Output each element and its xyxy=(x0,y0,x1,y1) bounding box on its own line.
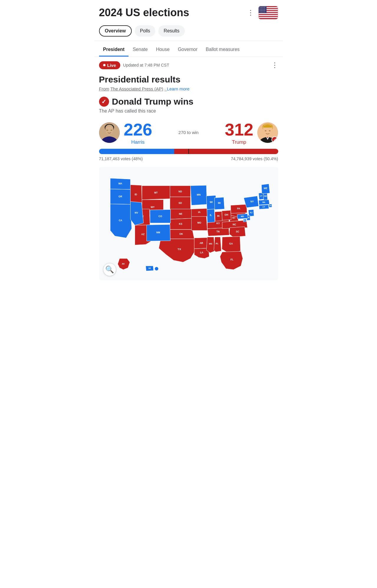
harris-avatar xyxy=(99,122,120,143)
live-bar: Live Updated at 7:48 PM CST ⋮ xyxy=(94,57,283,72)
svg-text:AR: AR xyxy=(200,242,203,245)
svg-text:OH: OH xyxy=(224,214,228,216)
svg-text:TX: TX xyxy=(177,247,181,251)
harris-vote-info: 226 Harris xyxy=(124,120,152,145)
harris-total-votes: 71,187,463 votes (48%) xyxy=(99,156,143,161)
svg-text:OR: OR xyxy=(118,195,122,198)
svg-text:SD: SD xyxy=(178,202,182,204)
svg-text:NC: NC xyxy=(233,223,236,226)
header-actions: ⋮ ★ ★ ★ ★ ★ ★ ★ ★ ★ ★ ★ ★ ★ ★ ★ ★ ★ ★ ★ … xyxy=(247,6,278,19)
svg-text:MA: MA xyxy=(262,201,265,203)
svg-text:WV: WV xyxy=(232,217,236,219)
svg-text:SC: SC xyxy=(236,230,239,233)
page-header: 2024 US elections ⋮ ★ ★ ★ ★ ★ ★ ★ ★ ★ ★ … xyxy=(94,0,283,22)
source-name: The Associated Press (AP) xyxy=(110,86,163,91)
tab-overview[interactable]: Overview xyxy=(99,25,132,37)
tab-polls[interactable]: Polls xyxy=(135,25,156,37)
svg-text:MN: MN xyxy=(197,194,200,196)
results-title: Presidential results xyxy=(99,75,278,85)
live-badge: Live xyxy=(99,61,120,69)
svg-text:MS: MS xyxy=(209,242,212,245)
svg-text:MD: MD xyxy=(241,215,244,217)
svg-text:AL: AL xyxy=(215,242,218,245)
live-dot xyxy=(103,64,106,66)
svg-text:KS: KS xyxy=(179,223,182,225)
svg-text:NM: NM xyxy=(156,231,160,234)
svg-text:WA: WA xyxy=(118,182,122,185)
svg-text:NV: NV xyxy=(134,212,138,214)
svg-point-17 xyxy=(106,130,108,131)
svg-text:AZ: AZ xyxy=(141,233,144,236)
live-info: Live Updated at 7:48 PM CST xyxy=(99,61,169,69)
learn-more-link[interactable]: Learn more xyxy=(167,86,190,91)
center-270-label: 270 to win xyxy=(178,130,198,135)
source-line: From The Associated Press (AP) · Learn m… xyxy=(99,86,278,91)
svg-text:IL: IL xyxy=(210,214,212,217)
midline-marker xyxy=(188,149,189,154)
live-more-icon[interactable]: ⋮ xyxy=(271,61,278,69)
svg-rect-6 xyxy=(259,17,278,18)
svg-text:HI: HI xyxy=(148,267,151,270)
svg-text:MT: MT xyxy=(154,191,158,194)
svg-text:CT: CT xyxy=(262,206,265,208)
svg-text:DC: DC xyxy=(243,219,246,221)
vote-progress-bar xyxy=(99,149,278,154)
tab-president[interactable]: President xyxy=(99,42,129,57)
tab-governor[interactable]: Governor xyxy=(174,42,202,57)
winner-checkmark-icon: ✓ xyxy=(99,97,109,107)
winner-subtitle: The AP has called this race xyxy=(99,108,278,114)
svg-point-74 xyxy=(154,267,158,271)
svg-text:ID: ID xyxy=(134,193,137,196)
svg-text:FL: FL xyxy=(230,258,233,261)
svg-text:NE: NE xyxy=(179,213,182,215)
source-dot: · xyxy=(164,86,167,91)
trump-total-votes: 74,784,939 votes (50.4%) xyxy=(231,156,278,161)
trump-name: Trump xyxy=(225,139,253,145)
svg-text:CO: CO xyxy=(158,215,162,218)
svg-text:AK: AK xyxy=(122,263,125,265)
zoom-button[interactable]: 🔍 xyxy=(103,263,116,276)
trump-avatar: ✓ xyxy=(257,122,278,143)
svg-text:GA: GA xyxy=(229,242,233,245)
tab-senate[interactable]: Senate xyxy=(129,42,152,57)
votes-row: 71,187,463 votes (48%) 74,784,939 votes … xyxy=(99,156,278,161)
nav-tabs: Overview Polls Results xyxy=(94,22,283,39)
svg-text:KY: KY xyxy=(216,222,220,225)
tab-house[interactable]: House xyxy=(152,42,174,57)
svg-point-18 xyxy=(111,130,112,131)
harris-bar xyxy=(99,149,174,154)
harris-section: 226 Harris xyxy=(99,120,152,145)
svg-text:OK: OK xyxy=(179,233,183,235)
page-title: 2024 US elections xyxy=(99,6,189,19)
svg-text:PA: PA xyxy=(237,207,240,210)
tab-results[interactable]: Results xyxy=(158,25,185,37)
svg-text:RI: RI xyxy=(269,205,271,207)
live-label: Live xyxy=(107,63,116,68)
divider-top xyxy=(94,41,283,41)
source-prefix: From xyxy=(99,86,109,91)
svg-text:ND: ND xyxy=(178,190,182,193)
svg-text:NY: NY xyxy=(250,200,254,203)
svg-text:ME: ME xyxy=(264,187,267,190)
svg-text:NJ: NJ xyxy=(250,212,253,214)
svg-text:WI: WI xyxy=(210,201,213,204)
svg-point-21 xyxy=(265,130,266,131)
trump-section: 312 Trump xyxy=(225,120,278,145)
svg-point-20 xyxy=(264,126,272,136)
tab-ballot-measures[interactable]: Ballot measures xyxy=(202,42,244,57)
svg-point-22 xyxy=(269,130,271,131)
winner-title: Donald Trump wins xyxy=(112,97,194,107)
svg-text:CA: CA xyxy=(118,219,122,222)
more-options-icon[interactable]: ⋮ xyxy=(247,9,254,17)
main-content: Presidential results From The Associated… xyxy=(94,72,283,286)
svg-text:IA: IA xyxy=(198,211,200,214)
updated-time: Updated at 7:48 PM CST xyxy=(123,63,169,67)
svg-rect-4 xyxy=(259,13,278,14)
trump-votes: 312 xyxy=(225,120,253,139)
us-map-svg[interactable]: AK MT ND SD WY NE KS OK TX xyxy=(99,167,278,279)
flag-icon: ★ ★ ★ ★ ★ ★ ★ ★ ★ ★ ★ ★ ★ ★ ★ ★ ★ ★ ★ ★ … xyxy=(258,6,278,19)
svg-text:NH: NH xyxy=(264,195,267,197)
svg-text:VT: VT xyxy=(260,195,262,197)
trump-vote-info: 312 Trump xyxy=(225,120,253,145)
svg-text:MI: MI xyxy=(218,202,220,204)
